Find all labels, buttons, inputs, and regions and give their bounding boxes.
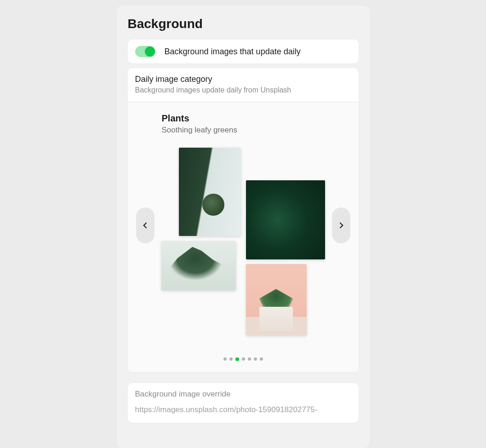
category-thumb — [161, 241, 236, 290]
daily-toggle-row: Background images that update daily — [128, 40, 359, 63]
toggle-knob — [145, 46, 155, 57]
pager-dot[interactable] — [242, 357, 245, 361]
category-card: Daily image category Background images u… — [128, 68, 359, 372]
section-title: Background — [128, 17, 359, 31]
category-collage — [133, 148, 353, 355]
category-thumb — [246, 180, 325, 259]
daily-toggle[interactable] — [135, 46, 155, 57]
pager-dot[interactable] — [229, 357, 233, 361]
background-settings-panel: Background Background images that update… — [117, 6, 370, 448]
daily-toggle-card: Background images that update daily — [128, 40, 359, 63]
category-description: Soothing leafy greens — [162, 126, 353, 135]
pager-dot[interactable] — [254, 357, 257, 361]
daily-toggle-label: Background images that update daily — [165, 47, 301, 57]
override-title: Background image override — [128, 383, 359, 402]
category-thumb — [246, 264, 307, 335]
next-category-button[interactable] — [332, 207, 350, 243]
override-card: Background image override — [128, 383, 359, 423]
pager-dot[interactable] — [248, 357, 251, 361]
category-section-title: Daily image category — [135, 75, 351, 84]
chevron-left-icon — [141, 221, 150, 230]
category-header: Daily image category Background images u… — [128, 68, 359, 102]
category-section-subtitle: Background images update daily from Unsp… — [135, 86, 351, 94]
pager-dots — [133, 357, 353, 361]
category-body: Plants Soothing leafy greens — [128, 102, 359, 372]
override-url-input[interactable] — [128, 402, 359, 423]
category-thumb — [179, 148, 241, 236]
pager-dot[interactable] — [235, 357, 239, 361]
pager-dot[interactable] — [223, 357, 227, 361]
category-name: Plants — [162, 113, 353, 124]
pager-dot[interactable] — [260, 357, 263, 361]
prev-category-button[interactable] — [136, 207, 154, 243]
chevron-right-icon — [337, 221, 346, 230]
